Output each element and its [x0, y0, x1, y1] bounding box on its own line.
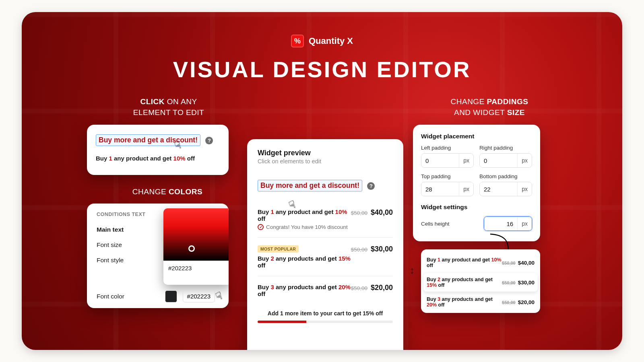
- progress-bar: [258, 321, 393, 323]
- mini-row: Buy 2 any products and get 15% off $50,0…: [423, 273, 538, 292]
- opt-font-color[interactable]: Font color: [97, 293, 124, 300]
- help-icon[interactable]: ?: [367, 182, 375, 190]
- caption-colors: CHANGE COLORS: [115, 187, 220, 197]
- tier-row[interactable]: Buy 1 any product and get 10% off ✓Congr…: [258, 201, 393, 237]
- preview-title: Widget preview: [258, 149, 393, 157]
- card-widget-preview: Widget preview Click on elements to edit…: [247, 139, 403, 350]
- help-icon[interactable]: ?: [205, 137, 213, 144]
- preview-banner[interactable]: Buy more and get a discount!: [258, 180, 362, 191]
- motivator-text: Add 1 more item to your cart to get 15% …: [258, 310, 393, 317]
- promo-stage: % Quantity X VISUAL DESIGN EDITOR CLICK …: [22, 12, 622, 350]
- tier-sample-line: Buy 1 any product and get 10% off: [96, 155, 220, 162]
- color-gradient[interactable]: [163, 208, 229, 261]
- card-click-sample: Buy more and get a discount! ? ☟ Buy 1 a…: [87, 125, 229, 175]
- label-bottom-padding: Bottom padding: [479, 173, 532, 179]
- color-hex-field[interactable]: #202223: [183, 290, 215, 302]
- brand-icon: %: [291, 35, 304, 47]
- tier-row[interactable]: Buy 3 any products and get 20% off $50,0…: [258, 276, 393, 304]
- tier-list: Buy 1 any product and get 10% off ✓Congr…: [258, 201, 393, 304]
- color-swatch[interactable]: [165, 290, 177, 302]
- color-hex-readout[interactable]: #202223: [163, 261, 229, 276]
- label-cells-height: Cells height: [421, 221, 450, 227]
- brand-name: Quantity X: [309, 36, 353, 46]
- input-top-padding[interactable]: px: [421, 182, 474, 196]
- card-widget-placement: Widget placement Left padding px Right p…: [413, 125, 540, 241]
- mini-row: Buy 1 any product and get 10% off $50,00…: [427, 253, 535, 272]
- card-color-settings: CONDITIONS TEXT Main text Font size Font…: [87, 204, 229, 308]
- tier-row[interactable]: MOST POPULAR Buy 2 any products and get …: [258, 237, 393, 276]
- brand-bar: % Quantity X: [22, 35, 622, 47]
- card-size-preview: Buy 1 any product and get 10% off $50,00…: [421, 249, 540, 313]
- check-circle-icon: ✓: [258, 224, 264, 230]
- page-title: VISUAL DESIGN EDITOR: [22, 56, 622, 82]
- input-bottom-padding[interactable]: px: [479, 182, 532, 196]
- placement-title: Widget placement: [421, 133, 532, 140]
- label-right-padding: Right padding: [479, 145, 532, 151]
- color-handle[interactable]: [188, 245, 195, 252]
- caption-click: CLICK ON ANY ELEMENT TO EDIT: [106, 97, 231, 118]
- badge-most-popular: MOST POPULAR: [258, 245, 299, 253]
- caption-paddings: CHANGE PADDINGS AND WIDGET SIZE: [429, 97, 550, 118]
- resize-vertical-icon: ↕: [410, 265, 415, 276]
- mini-row: Buy 3 any products and get 20% off $50,0…: [427, 293, 535, 311]
- label-left-padding: Left padding: [421, 145, 474, 151]
- label-top-padding: Top padding: [421, 173, 474, 179]
- editable-banner[interactable]: Buy more and get a discount!: [96, 134, 200, 146]
- color-picker-popover[interactable]: #202223: [163, 208, 229, 285]
- settings-title: Widget settings: [421, 204, 532, 211]
- preview-subtitle: Click on elements to edit: [258, 158, 393, 165]
- input-left-padding[interactable]: px: [421, 153, 474, 168]
- cursor-icon: ☟: [214, 289, 224, 303]
- input-cells-height[interactable]: px: [484, 216, 532, 231]
- input-right-padding[interactable]: px: [479, 153, 532, 168]
- progress-fill: [258, 321, 306, 323]
